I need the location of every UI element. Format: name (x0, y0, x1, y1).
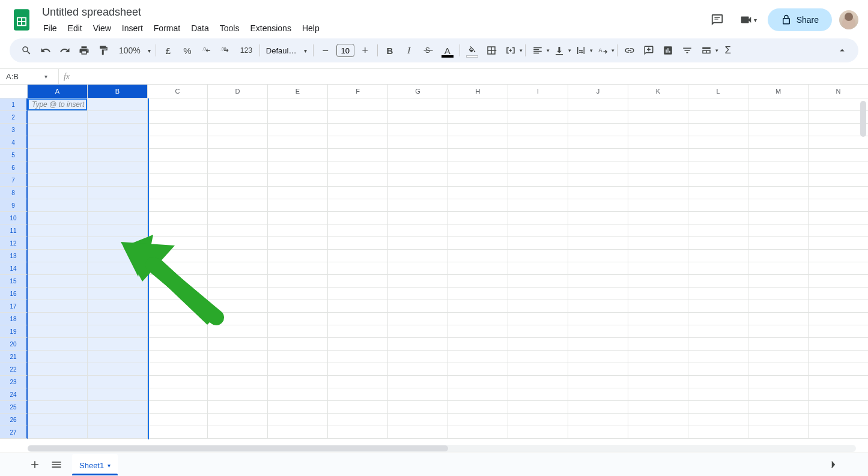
cell[interactable] (328, 288, 388, 300)
menu-format[interactable]: Format (149, 21, 185, 35)
cell[interactable] (568, 313, 628, 325)
row-header-5[interactable]: 5 (0, 149, 28, 161)
cell[interactable] (268, 237, 328, 250)
cell[interactable] (208, 275, 268, 288)
row-header-2[interactable]: 2 (0, 111, 28, 124)
font-size-increase-icon[interactable]: + (356, 42, 374, 59)
cell[interactable] (628, 388, 688, 401)
cell[interactable] (568, 124, 628, 136)
cell[interactable] (688, 224, 748, 237)
cell[interactable] (388, 426, 448, 439)
cell[interactable] (148, 401, 208, 414)
cell[interactable] (148, 325, 208, 338)
collapse-toolbar-icon[interactable] (833, 42, 851, 59)
cell[interactable] (568, 136, 628, 149)
cell[interactable] (28, 363, 88, 376)
cell[interactable] (748, 288, 809, 300)
borders-icon[interactable] (482, 42, 500, 59)
cell[interactable] (268, 187, 328, 199)
cell[interactable] (268, 401, 328, 414)
cell[interactable] (688, 124, 748, 136)
menu-insert[interactable]: Insert (117, 21, 148, 35)
cell[interactable] (148, 98, 208, 111)
cell[interactable] (268, 325, 328, 338)
cell[interactable] (508, 174, 568, 187)
cell[interactable] (268, 426, 328, 439)
cell[interactable] (628, 187, 688, 199)
cell[interactable] (148, 124, 208, 136)
cell[interactable] (388, 111, 448, 124)
cell[interactable] (88, 288, 148, 300)
cell[interactable] (88, 149, 148, 161)
row-header-21[interactable]: 21 (0, 351, 28, 363)
cell[interactable] (748, 124, 809, 136)
row-header-23[interactable]: 23 (0, 376, 28, 388)
cell[interactable] (688, 237, 748, 250)
cell[interactable] (508, 250, 568, 262)
cell[interactable] (448, 250, 508, 262)
cell[interactable] (148, 426, 208, 439)
cell[interactable] (568, 224, 628, 237)
cell[interactable] (208, 325, 268, 338)
cell[interactable] (88, 388, 148, 401)
cell[interactable] (208, 313, 268, 325)
row-header-27[interactable]: 27 (0, 426, 28, 439)
cell[interactable] (208, 149, 268, 161)
cell[interactable] (28, 414, 88, 426)
cell[interactable] (88, 300, 148, 313)
column-header-M[interactable]: M (748, 85, 809, 98)
cell[interactable] (628, 98, 688, 111)
name-box-wrap[interactable]: ▾ (0, 69, 59, 84)
cell[interactable] (748, 237, 809, 250)
menu-extensions[interactable]: Extensions (245, 21, 296, 35)
cell[interactable] (148, 414, 208, 426)
cell[interactable] (328, 250, 388, 262)
cell[interactable] (328, 275, 388, 288)
cell[interactable] (328, 111, 388, 124)
cell[interactable] (748, 351, 809, 363)
cell[interactable] (568, 288, 628, 300)
add-sheet-icon[interactable] (24, 454, 46, 475)
cell[interactable] (448, 136, 508, 149)
formula-input[interactable] (74, 69, 868, 84)
cell[interactable] (268, 262, 328, 275)
row-header-19[interactable]: 19 (0, 325, 28, 338)
row-header-3[interactable]: 3 (0, 124, 28, 136)
cell[interactable] (28, 124, 88, 136)
cell[interactable] (628, 161, 688, 174)
cell[interactable] (748, 300, 809, 313)
cell[interactable] (568, 325, 628, 338)
cell[interactable] (208, 426, 268, 439)
cell[interactable] (28, 161, 88, 174)
cell[interactable] (628, 212, 688, 224)
cell[interactable] (28, 275, 88, 288)
cell[interactable] (208, 98, 268, 111)
column-header-E[interactable]: E (268, 85, 328, 98)
cell[interactable] (748, 325, 809, 338)
cell[interactable] (208, 161, 268, 174)
menu-help[interactable]: Help (297, 21, 324, 35)
cell[interactable] (388, 224, 448, 237)
cell[interactable] (628, 224, 688, 237)
cell[interactable] (448, 161, 508, 174)
cell[interactable] (148, 224, 208, 237)
cell[interactable] (28, 351, 88, 363)
select-all-corner[interactable] (0, 85, 28, 98)
cell[interactable] (388, 149, 448, 161)
cell[interactable] (508, 401, 568, 414)
cell[interactable] (508, 376, 568, 388)
column-header-J[interactable]: J (568, 85, 628, 98)
cell[interactable] (388, 98, 448, 111)
cell[interactable] (448, 275, 508, 288)
cell[interactable] (448, 351, 508, 363)
cell[interactable] (88, 250, 148, 262)
cell[interactable] (208, 124, 268, 136)
cell[interactable] (508, 338, 568, 351)
cell[interactable] (448, 376, 508, 388)
cell[interactable] (688, 401, 748, 414)
sheet-tab[interactable]: Sheet1 ▾ (72, 454, 118, 475)
cell[interactable] (208, 111, 268, 124)
cell[interactable] (448, 98, 508, 111)
cell[interactable] (568, 351, 628, 363)
cell[interactable] (208, 187, 268, 199)
